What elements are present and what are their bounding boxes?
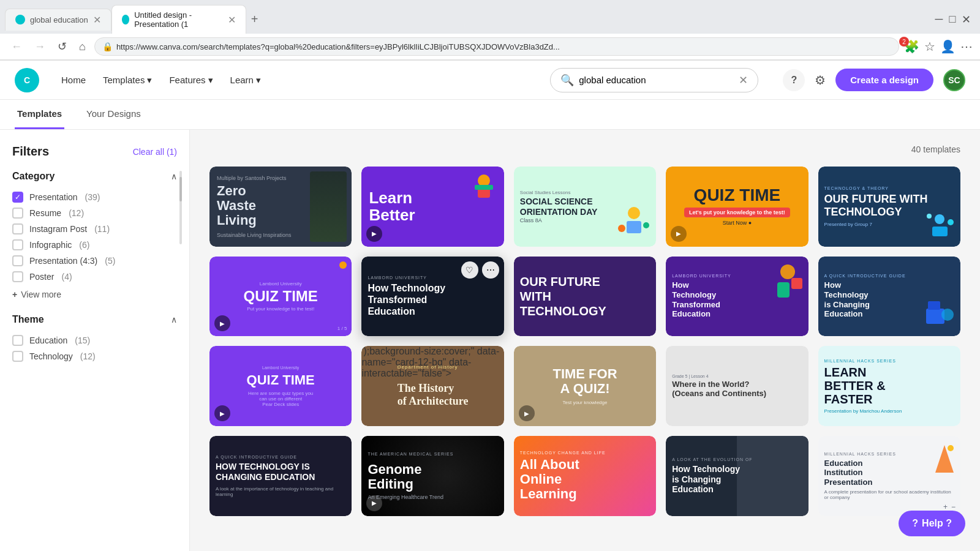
forward-button[interactable]: → [31, 38, 49, 56]
scrollbar-thumb[interactable] [179, 177, 182, 201]
reload-button[interactable]: ↺ [54, 37, 70, 56]
template-card-2[interactable]: LearnBetter ▶ [361, 167, 503, 247]
card-6-play[interactable]: ▶ [214, 315, 230, 331]
template-card-19[interactable]: A LOOK AT THE EVOLUTION OF How Technolog… [666, 436, 808, 516]
presentation43-checkbox[interactable] [12, 255, 23, 266]
template-card-4[interactable]: QUIZ TIME Let's put your knowledge to th… [666, 167, 808, 247]
canva-logo[interactable]: C [15, 68, 39, 92]
template-item-19: A LOOK AT THE EVOLUTION OF How Technolog… [666, 436, 808, 516]
resume-checkbox[interactable] [12, 208, 23, 219]
card-11-top: Lambord University [262, 365, 299, 370]
minimize-button[interactable]: ─ [935, 13, 943, 21]
card-20-title: EducationInstitutionPresentation [824, 459, 873, 487]
card-7-like-button[interactable]: ♡ [461, 261, 478, 279]
template-card-16[interactable]: A QUICK INTRODUCTIVE GUIDE HOW TECHNOLOG… [209, 436, 352, 516]
filter-presentation-43[interactable]: Presentation (4:3) (5) [12, 253, 177, 269]
svg-point-9 [935, 214, 944, 224]
presentation-checkbox[interactable] [12, 192, 23, 203]
template-card-17[interactable]: THE AMERICAN MEDICAL SERIES GenomeEditin… [361, 436, 503, 516]
template-card-10[interactable]: A QUICK INTRODUCTIVE GUIDE HowTechnology… [818, 257, 960, 337]
card-4-play[interactable]: ▶ [671, 226, 687, 242]
template-item-1: Multiple by Santosh Projects ZeroWasteLi… [209, 167, 352, 247]
profile-button[interactable]: 👤 [940, 39, 956, 54]
tab-close-2[interactable]: ✕ [228, 14, 236, 26]
template-item-15: MILLENNIAL HACKS SERIES LEARNBETTER &FAS… [818, 346, 960, 426]
template-card-6[interactable]: Lambord University QUIZ TIME Put your kn… [209, 257, 352, 337]
avatar[interactable]: SC [943, 69, 965, 91]
nav-templates[interactable]: Templates ▾ [96, 70, 159, 91]
tab-1[interactable]: global education ✕ [5, 9, 111, 31]
template-card-9[interactable]: LAMBORD UNIVERSITY HowTechnologyTransfor… [666, 257, 808, 337]
template-card-3[interactable]: Social Studies Lessons SOCIAL SCIENCEORI… [514, 167, 656, 247]
filter-technology[interactable]: Technology (12) [12, 348, 177, 364]
filter-infographic[interactable]: Infographic (6) [12, 237, 177, 253]
poster-label: Poster [29, 272, 54, 282]
template-card-11[interactable]: Lambord University QUIZ TIME Here are so… [209, 346, 352, 426]
technology-checkbox[interactable] [12, 351, 23, 362]
template-card-18[interactable]: TECHNOLOGY CHANGE AND LIFE All AboutOnli… [514, 436, 656, 516]
more-button[interactable]: ⋯ [960, 39, 973, 54]
search-input[interactable] [579, 75, 734, 85]
svg-rect-6 [627, 221, 641, 233]
back-button[interactable]: ← [7, 38, 26, 56]
filter-resume[interactable]: Resume (12) [12, 205, 177, 221]
card-2-play[interactable]: ▶ [366, 226, 382, 242]
nav-home[interactable]: Home [54, 70, 93, 90]
new-tab-button[interactable]: + [246, 10, 263, 29]
education-checkbox[interactable] [12, 335, 23, 346]
card-5-tag: TECHNOLOGY & THEORY [824, 186, 889, 190]
extensions-button[interactable]: 🧩 2 [904, 39, 919, 54]
card-7-more-button[interactable]: ⋯ [482, 261, 499, 279]
card-11-play[interactable]: ▶ [214, 405, 230, 421]
search-bar[interactable]: 🔍 ✕ [550, 68, 758, 92]
card-15-sub: Presentation by Marichou Anderson [824, 408, 902, 414]
maximize-button[interactable]: □ [948, 13, 957, 21]
zoom-out-icon[interactable]: − [951, 503, 956, 511]
card-14-title: Where in the World?(Oceans and Continent… [672, 380, 766, 399]
template-card-7[interactable]: LAMBORD UNIVERSITY How TechnologyTransfo… [361, 257, 503, 337]
template-card-13[interactable]: TIME FORA QUIZ! Test your knowledge ▶ [514, 346, 656, 426]
template-card-1[interactable]: Multiple by Santosh Projects ZeroWasteLi… [209, 167, 352, 247]
infographic-checkbox[interactable] [12, 239, 23, 250]
home-button[interactable]: ⌂ [75, 38, 89, 56]
svg-point-7 [618, 225, 625, 232]
template-card-12[interactable]: ');background-size:cover;" data-name="ca… [361, 346, 503, 426]
settings-icon-button[interactable]: ⚙ [815, 73, 826, 88]
template-card-15[interactable]: MILLENNIAL HACKS SERIES LEARNBETTER &FAS… [818, 346, 960, 426]
tab-label-1: global education [30, 15, 88, 24]
address-bar[interactable]: 🔒 [94, 37, 899, 56]
filter-presentation[interactable]: Presentation (39) [12, 189, 177, 205]
template-card-8[interactable]: OUR FUTUREWITHTECHNOLOGY [514, 257, 656, 337]
category-header[interactable]: Category ∧ [12, 171, 177, 182]
template-card-5[interactable]: TECHNOLOGY & THEORY OUR FUTURE WITHTECHN… [818, 167, 960, 247]
tab-templates[interactable]: Templates [15, 100, 64, 129]
poster-checkbox[interactable] [12, 271, 23, 282]
help-button[interactable]: ? Help ? [899, 511, 965, 536]
tab-close-1[interactable]: ✕ [93, 14, 101, 26]
nav-learn[interactable]: Learn ▾ [223, 70, 268, 91]
card-13-play[interactable]: ▶ [519, 405, 535, 421]
nav-features[interactable]: Features ▾ [162, 70, 220, 91]
help-icon-button[interactable]: ? [783, 69, 805, 91]
filter-poster[interactable]: Poster (4) [12, 269, 177, 285]
url-input[interactable] [116, 42, 891, 51]
scrollbar-track [179, 171, 182, 244]
search-clear-icon[interactable]: ✕ [739, 73, 748, 87]
clear-all-button[interactable]: Clear all (1) [133, 147, 177, 157]
view-more-button[interactable]: + View more [12, 290, 177, 299]
zoom-in-icon[interactable]: + [943, 503, 948, 511]
instagram-checkbox[interactable] [12, 223, 23, 234]
template-card-14[interactable]: Grade 5 | Lesson 4 Where in the World?(O… [666, 346, 808, 426]
tab-your-designs[interactable]: Your Designs [84, 100, 143, 129]
filter-instagram[interactable]: Instagram Post (11) [12, 221, 177, 237]
close-window-button[interactable]: ✕ [962, 13, 970, 21]
filter-education[interactable]: Education (15) [12, 332, 177, 348]
create-design-button[interactable]: Create a design [835, 69, 933, 91]
theme-header[interactable]: Theme ∧ [12, 314, 177, 325]
instagram-label: Instagram Post [29, 224, 87, 234]
template-card-20[interactable]: MILLENNIAL HACKS SERIES EducationInstitu… [818, 436, 960, 516]
technology-count: (12) [80, 351, 96, 361]
card-10-title: HowTechnologyis ChangingEducation [824, 280, 870, 318]
star-button[interactable]: ☆ [924, 39, 935, 54]
tab-2[interactable]: Untitled design - Presentation (1 ✕ [111, 5, 246, 34]
